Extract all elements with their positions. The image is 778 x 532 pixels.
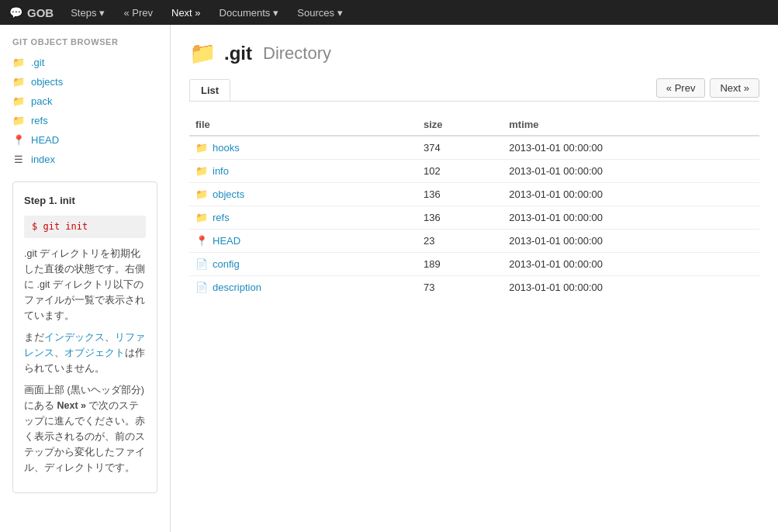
brand: 💬 GOB xyxy=(9,6,54,19)
sidebar-item-dot-git[interactable]: 📁 .git xyxy=(0,53,170,72)
sidebar-title: GIT OBJECT BROWSER xyxy=(0,37,170,53)
mtime-cell: 2013-01-01 00:00:00 xyxy=(503,160,759,183)
step-paragraph-2: まだインデックス、リファレンス、オブジェクトは作られていません。 xyxy=(24,330,146,376)
chevron-down-icon: ▾ xyxy=(99,7,105,19)
size-cell: 102 xyxy=(417,160,503,183)
table-row: 📁objects1362013-01-01 00:00:00 xyxy=(189,183,759,206)
file-cell: 📍HEAD xyxy=(189,230,417,253)
file-cell: 📁objects xyxy=(189,183,417,206)
size-cell: 73 xyxy=(417,276,503,299)
file-name-config: config xyxy=(213,258,240,270)
file-cell: 📁hooks xyxy=(189,136,417,160)
file-link-config[interactable]: 📄config xyxy=(195,258,411,270)
file-name-info: info xyxy=(213,165,229,177)
nav-steps[interactable]: Steps ▾ xyxy=(63,0,112,25)
nav-sources[interactable]: Sources ▾ xyxy=(289,0,351,25)
file-link-objects[interactable]: 📁objects xyxy=(195,188,411,200)
tab-nav-btns: « Prev Next » xyxy=(656,78,759,101)
size-cell: 136 xyxy=(417,206,503,230)
sidebar-item-refs[interactable]: 📁 refs xyxy=(0,111,170,130)
folder-icon-pack: 📁 xyxy=(12,95,25,107)
file-name-refs: refs xyxy=(213,212,230,223)
table-row: 📁hooks3742013-01-01 00:00:00 xyxy=(189,136,759,160)
size-cell: 136 xyxy=(417,183,503,206)
pin-icon: 📍 xyxy=(12,134,25,146)
folder-icon-objects: 📁 xyxy=(195,188,208,200)
navbar: 💬 GOB Steps ▾ « Prev Next » Documents ▾ … xyxy=(0,0,778,25)
list-icon: ☰ xyxy=(12,154,25,165)
pin-icon-HEAD: 📍 xyxy=(195,235,208,247)
folder-icon-refs: 📁 xyxy=(195,212,208,223)
file-cell: 📁refs xyxy=(189,206,417,230)
mtime-cell: 2013-01-01 00:00:00 xyxy=(503,253,759,276)
sidebar-label-objects: objects xyxy=(31,76,63,88)
mtime-cell: 2013-01-01 00:00:00 xyxy=(503,136,759,160)
mtime-cell: 2013-01-01 00:00:00 xyxy=(503,230,759,253)
doc-icon-config: 📄 xyxy=(195,258,208,270)
folder-icon: 📁 xyxy=(12,57,25,68)
step-paragraph-1: .git ディレクトリを初期化した直後の状態です。右側に .git ディレクトリ… xyxy=(24,246,146,323)
link-index[interactable]: インデックス xyxy=(44,332,105,343)
sidebar-item-pack[interactable]: 📁 pack xyxy=(0,92,170,111)
col-header-file: file xyxy=(189,114,417,136)
next-button[interactable]: Next » xyxy=(710,78,759,98)
file-link-HEAD[interactable]: 📍HEAD xyxy=(195,235,411,247)
brand-label: GOB xyxy=(27,6,54,19)
chevron-down-icon-docs: ▾ xyxy=(273,7,278,19)
sidebar-label-refs: refs xyxy=(31,115,48,126)
tab-nav: List xyxy=(189,79,230,101)
col-header-mtime: mtime xyxy=(503,114,759,136)
step-title: Step 1. init xyxy=(24,193,146,209)
sidebar-item-index[interactable]: ☰ index xyxy=(0,150,170,169)
sidebar-label-dot-git: .git xyxy=(31,57,44,68)
layout: GIT OBJECT BROWSER 📁 .git 📁 objects 📁 pa… xyxy=(0,25,778,532)
table-row: 📁info1022013-01-01 00:00:00 xyxy=(189,160,759,183)
sidebar-item-objects[interactable]: 📁 objects xyxy=(0,72,170,92)
doc-icon-description: 📄 xyxy=(195,282,208,293)
tab-bar: List « Prev Next » xyxy=(189,78,759,102)
file-name-HEAD: HEAD xyxy=(213,235,240,247)
file-name-description: description xyxy=(213,282,261,293)
link-object[interactable]: オブジェクト xyxy=(64,347,125,358)
step-paragraph-3: 画面上部 (黒いヘッダ部分) にある Next » で次のステップに進んでくださ… xyxy=(24,382,146,475)
folder-big-icon: 📁 xyxy=(189,40,216,66)
folder-icon-refs: 📁 xyxy=(12,115,25,126)
size-cell: 374 xyxy=(417,136,503,160)
table-row: 📍HEAD232013-01-01 00:00:00 xyxy=(189,230,759,253)
nav-documents[interactable]: Documents ▾ xyxy=(212,0,287,25)
mtime-cell: 2013-01-01 00:00:00 xyxy=(503,276,759,299)
folder-icon-info: 📁 xyxy=(195,165,208,177)
step-box: Step 1. init $ git init .git ディレクトリを初期化し… xyxy=(12,181,157,493)
sidebar-label-index: index xyxy=(31,154,55,165)
size-cell: 23 xyxy=(417,230,503,253)
nav-next[interactable]: Next » xyxy=(164,0,209,25)
file-link-hooks[interactable]: 📁hooks xyxy=(195,142,411,154)
tab-list[interactable]: List xyxy=(189,79,230,101)
file-table: file size mtime 📁hooks3742013-01-01 00:0… xyxy=(189,114,759,299)
table-row: 📄description732013-01-01 00:00:00 xyxy=(189,276,759,299)
chevron-down-icon-sources: ▾ xyxy=(337,7,343,19)
table-row: 📁refs1362013-01-01 00:00:00 xyxy=(189,206,759,230)
page-subtitle: Directory xyxy=(263,43,331,64)
file-cell: 📄config xyxy=(189,253,417,276)
nav-prev[interactable]: « Prev xyxy=(116,0,161,25)
sidebar-item-head[interactable]: 📍 HEAD xyxy=(0,130,170,150)
file-cell: 📄description xyxy=(189,276,417,299)
table-row: 📄config1892013-01-01 00:00:00 xyxy=(189,253,759,276)
file-link-description[interactable]: 📄description xyxy=(195,282,411,293)
bubble-icon: 💬 xyxy=(9,6,22,19)
sidebar: GIT OBJECT BROWSER 📁 .git 📁 objects 📁 pa… xyxy=(0,25,171,532)
file-name-hooks: hooks xyxy=(213,142,240,154)
mtime-cell: 2013-01-01 00:00:00 xyxy=(503,183,759,206)
sidebar-label-head: HEAD xyxy=(31,134,59,146)
size-cell: 189 xyxy=(417,253,503,276)
main-content: 📁 .git Directory List « Prev Next » file… xyxy=(171,25,778,532)
file-link-refs[interactable]: 📁refs xyxy=(195,212,411,223)
mtime-cell: 2013-01-01 00:00:00 xyxy=(503,206,759,230)
file-cell: 📁info xyxy=(189,160,417,183)
file-link-info[interactable]: 📁info xyxy=(195,165,411,177)
folder-icon-hooks: 📁 xyxy=(195,142,208,154)
page-header: 📁 .git Directory xyxy=(189,40,759,66)
prev-button[interactable]: « Prev xyxy=(656,78,706,98)
page-title: .git xyxy=(224,43,252,64)
